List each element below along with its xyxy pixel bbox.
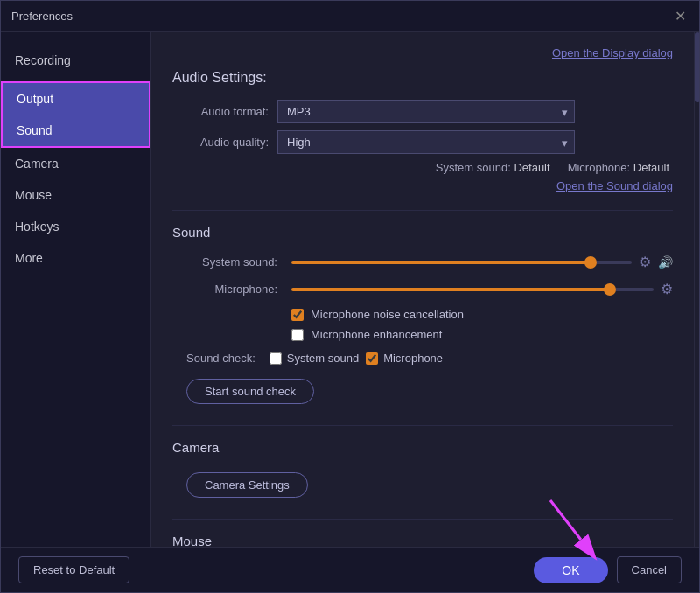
camera-section-title: Camera [172,440,673,455]
mouse-section: Mouse Show mouse cursor ★ [172,534,673,547]
sound-check-mic-label: Microphone [383,352,443,365]
sidebar-item-camera[interactable]: Camera [1,148,150,179]
display-dialog-link-row: Open the Display dialog [172,46,673,59]
content-area: Recording Output Sound Camera Mouse Hotk… [1,32,699,547]
ok-button[interactable]: OK [534,557,607,583]
close-button[interactable]: ✕ [671,8,689,25]
enhancement-label: Microphone enhancement [311,328,442,341]
microphone-slider-container: ⚙ [291,281,673,297]
audio-settings-block: Audio Settings: Audio format: MP3 AAC WA… [172,70,673,192]
camera-section: Camera Camera Settings [172,440,673,505]
main-content: Open the Display dialog Audio Settings: … [151,32,694,547]
system-sound-slider[interactable] [291,261,632,264]
sidebar-item-mouse[interactable]: Mouse [1,179,150,211]
sound-section-title: Sound [172,225,673,240]
defaults-row: System sound: Default Microphone: Defaul… [172,161,673,174]
sound-check-system-checkbox[interactable] [270,352,282,365]
divider-2 [172,425,673,426]
microphone-slider-label: Microphone: [172,283,277,296]
audio-format-row: Audio format: MP3 AAC WAV FLAC [172,100,673,123]
system-sound-slider-row: System sound: ⚙ 🔊 [172,254,673,270]
microphone-slider-row: Microphone: ⚙ [172,281,673,297]
reset-to-default-button[interactable]: Reset to Default [18,556,130,583]
audio-quality-row: Audio quality: Low Medium High Very High [172,130,673,154]
divider-1 [172,210,673,211]
start-sound-check-button[interactable]: Start sound check [186,379,314,404]
sound-check-label: Sound check: [186,352,256,365]
system-sound-thumb [584,256,597,269]
scrollbar-thumb[interactable] [695,32,699,102]
microphone-slider[interactable] [291,288,654,291]
scrollbar-track[interactable] [694,32,699,547]
sidebar-item-sound[interactable]: Sound [3,115,149,146]
open-sound-dialog-link[interactable]: Open the Sound dialog [556,179,673,192]
audio-format-select-wrapper: MP3 AAC WAV FLAC [277,100,575,123]
enhancement-row: Microphone enhancement [291,328,673,341]
system-sound-gear-icon[interactable]: ⚙ [639,254,651,270]
bottom-bar: Reset to Default OK Cancel [1,547,699,592]
divider-3 [172,519,673,520]
sound-check-system-label: System sound [287,352,359,365]
sound-section: Sound System sound: ⚙ 🔊 Microphone: [172,225,673,411]
system-sound-default-label: System sound: Default [436,161,550,174]
microphone-thumb [604,283,616,296]
dialog-title: Preferences [11,10,73,23]
preferences-dialog: Preferences ✕ Recording Output Sound Cam… [0,0,700,593]
noise-cancellation-label: Microphone noise cancellation [311,308,464,321]
microphone-gear-icon[interactable]: ⚙ [661,281,673,297]
sound-check-row: Sound check: System sound Microphone [186,352,673,365]
microphone-default-label: Microphone: Default [568,161,669,174]
audio-settings-title: Audio Settings: [172,70,673,86]
system-sound-volume-icon[interactable]: 🔊 [658,255,673,269]
noise-cancellation-row: Microphone noise cancellation [291,308,673,321]
open-display-dialog-link[interactable]: Open the Display dialog [552,46,673,59]
noise-cancellation-checkbox[interactable] [291,309,304,321]
enhancement-checkbox[interactable] [291,329,304,341]
sidebar-item-hotkeys[interactable]: Hotkeys [1,211,150,242]
audio-format-label: Audio format: [172,105,269,118]
sidebar: Recording Output Sound Camera Mouse Hotk… [1,32,151,547]
sidebar-item-recording[interactable]: Recording [1,39,150,81]
sidebar-item-more[interactable]: More [1,242,150,274]
sound-check-mic-item: Microphone [366,352,443,365]
cancel-button[interactable]: Cancel [617,556,682,583]
bottom-right-buttons: OK Cancel [534,556,682,583]
camera-settings-button[interactable]: Camera Settings [186,472,308,498]
sidebar-item-output[interactable]: Output [3,83,149,115]
audio-quality-label: Audio quality: [172,136,269,149]
mouse-section-title: Mouse [172,534,673,547]
title-bar: Preferences ✕ [1,1,699,32]
sound-check-mic-checkbox[interactable] [366,352,378,365]
sound-check-system-item: System sound [270,352,359,365]
sound-dialog-link-row: Open the Sound dialog [172,179,673,192]
system-sound-slider-label: System sound: [172,255,277,269]
audio-format-select[interactable]: MP3 AAC WAV FLAC [277,100,575,123]
audio-quality-select[interactable]: Low Medium High Very High [277,130,575,154]
audio-quality-select-wrapper: Low Medium High Very High [277,130,575,154]
system-sound-slider-container: ⚙ 🔊 [291,254,673,270]
